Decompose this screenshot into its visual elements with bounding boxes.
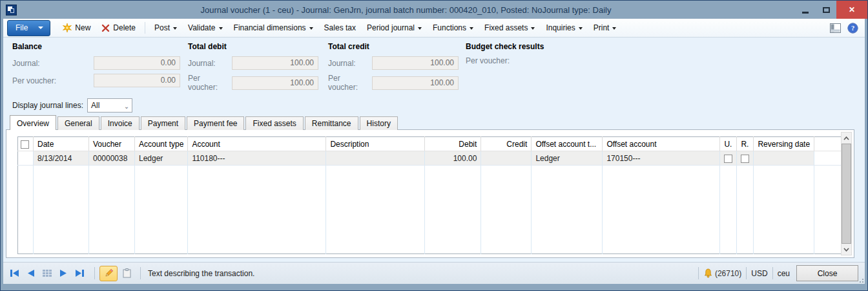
tab-remittance[interactable]: Remittance: [305, 116, 358, 130]
column-header-reversing-date[interactable]: Reversing date: [754, 137, 814, 151]
close-button[interactable]: Close: [796, 265, 858, 281]
group-title: Total debit: [188, 42, 318, 51]
column-header-voucher[interactable]: Voucher: [89, 137, 135, 151]
last-record-button[interactable]: [75, 269, 85, 277]
menu-item-delete[interactable]: Delete: [96, 21, 141, 35]
app-icon: [6, 5, 17, 16]
paste-button[interactable]: [118, 266, 136, 281]
cell-account-type[interactable]: Ledger: [135, 151, 188, 166]
window-layout-icon[interactable]: [830, 23, 841, 33]
scroll-up-button[interactable]: [842, 133, 851, 144]
menu-item-print[interactable]: Print: [588, 21, 622, 35]
column-header-debit[interactable]: Debit: [425, 137, 481, 151]
column-header-date[interactable]: Date: [34, 137, 89, 151]
column-header-credit[interactable]: Credit: [481, 137, 532, 151]
empty-grid-area: [18, 166, 846, 254]
tab-history[interactable]: History: [360, 116, 398, 130]
tab-payment-fee[interactable]: Payment fee: [187, 116, 244, 130]
cell-credit[interactable]: [481, 151, 532, 166]
chevron-down-icon: [470, 27, 473, 30]
menu-item-label: Validate: [188, 23, 215, 32]
status-separator: [698, 267, 699, 279]
status-hint-text: Text describing the transaction.: [148, 269, 254, 278]
chevron-down-icon: [219, 27, 223, 30]
clipboard-icon: [123, 268, 131, 278]
group-title: Total credit: [328, 42, 459, 51]
column-header-description[interactable]: Description: [326, 137, 425, 151]
budget-check-group: Budget check results Per voucher:: [466, 42, 544, 69]
debit-journal-field: 100.00: [232, 56, 318, 70]
per-voucher-label: Per voucher:: [466, 56, 510, 65]
menu-item-period-journal[interactable]: Period journal: [362, 21, 427, 35]
column-header-r[interactable]: R.: [737, 137, 754, 151]
total-debit-group: Total debit Journal: 100.00 Per voucher:…: [188, 42, 318, 96]
first-record-button[interactable]: [10, 269, 19, 277]
cell-date[interactable]: 8/13/2014: [34, 151, 89, 166]
scroll-down-button[interactable]: [842, 244, 851, 255]
cell-offset-account[interactable]: 170150---: [603, 151, 720, 166]
cell-reversing-date[interactable]: [754, 151, 814, 166]
currency-indicator[interactable]: USD: [751, 269, 767, 278]
per-voucher-label: Per voucher:: [328, 74, 372, 92]
table-row[interactable]: 8/13/2014 00000038 Ledger 110180--- 100.…: [18, 151, 846, 166]
journal-label: Journal:: [12, 59, 94, 68]
next-record-button[interactable]: [59, 269, 67, 277]
tab-overview[interactable]: Overview: [10, 115, 56, 130]
resize-grip[interactable]: [857, 276, 863, 283]
grid-view-button[interactable]: [43, 269, 52, 277]
menu-item-validate[interactable]: Validate: [183, 21, 227, 35]
chevron-down-icon: [612, 27, 616, 30]
tab-fixed-assets[interactable]: Fixed assets: [245, 116, 303, 130]
credit-journal-field: 100.00: [372, 56, 459, 70]
row-selector-cell[interactable]: [18, 151, 34, 166]
menu-item-new[interactable]: New: [57, 21, 96, 35]
previous-record-button[interactable]: [27, 269, 35, 277]
menu-item-sales-tax[interactable]: Sales tax: [319, 21, 361, 35]
cell-offset-account-type[interactable]: Ledger: [532, 151, 603, 166]
company-indicator[interactable]: ceu: [778, 269, 790, 278]
edit-mode-button[interactable]: [99, 266, 118, 281]
selected-option: All: [91, 101, 99, 110]
column-header-u[interactable]: U.: [720, 137, 737, 151]
select-all-checkbox[interactable]: [21, 140, 29, 149]
file-menu-button[interactable]: File: [7, 20, 50, 36]
cell-account[interactable]: 110180---: [188, 151, 326, 166]
close-window-button[interactable]: ✕: [836, 1, 867, 19]
notification-count[interactable]: (26710): [715, 269, 741, 278]
status-separator: [772, 267, 773, 279]
menu-item-inquiries[interactable]: Inquiries: [541, 21, 587, 35]
maximize-button[interactable]: [816, 1, 836, 19]
cell-voucher[interactable]: 00000038: [89, 151, 135, 166]
per-voucher-label: Per voucher:: [188, 74, 232, 92]
menu-item-label: Delete: [113, 23, 136, 32]
column-header-account-type[interactable]: Account type: [135, 137, 188, 151]
menu-item-post[interactable]: Post: [149, 21, 182, 35]
notifications-bell-icon[interactable]: [703, 268, 713, 278]
tab-general[interactable]: General: [57, 116, 99, 130]
r-checkbox[interactable]: [741, 155, 749, 163]
column-header-account[interactable]: Account: [188, 137, 326, 151]
balance-group: Balance Journal: 0.00 Per voucher: 0.00: [12, 42, 180, 91]
menu-item-label: Print: [594, 23, 610, 32]
delete-x-icon: [101, 24, 110, 32]
scrollbar-thumb[interactable]: [842, 144, 851, 244]
content-area: Balance Journal: 0.00 Per voucher: 0.00 …: [3, 38, 865, 262]
tab-invoice[interactable]: Invoice: [101, 116, 140, 130]
tab-payment[interactable]: Payment: [141, 116, 185, 130]
cell-debit[interactable]: 100.00: [425, 151, 481, 166]
menu-item-label: Sales tax: [324, 23, 356, 32]
chevron-down-icon: ⌄: [124, 103, 129, 110]
menu-item-fixed-assets[interactable]: Fixed assets: [479, 21, 540, 35]
u-checkbox[interactable]: [724, 155, 732, 163]
journal-label: Journal:: [328, 59, 372, 68]
menu-item-functions[interactable]: Functions: [428, 21, 479, 35]
vertical-scrollbar[interactable]: [841, 132, 852, 255]
display-journal-lines-select[interactable]: All ⌄: [87, 98, 132, 113]
minimize-button[interactable]: [795, 1, 816, 19]
menu-item-financial-dimensions[interactable]: Financial dimensions: [229, 21, 318, 35]
column-header-offset-account[interactable]: Offset account: [603, 137, 720, 151]
help-icon[interactable]: ?: [847, 23, 858, 34]
chevron-down-icon: [418, 27, 422, 30]
column-header-offset-account-type[interactable]: Offset account t...: [532, 137, 603, 151]
cell-description[interactable]: [326, 151, 425, 166]
